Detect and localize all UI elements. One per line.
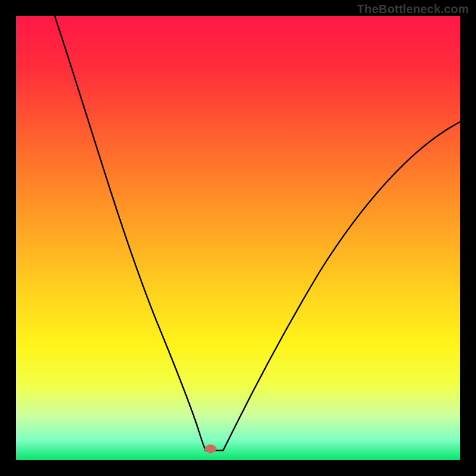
watermark-text: TheBottleneck.com [357,2,469,16]
chart-stage: TheBottleneck.com [0,0,476,476]
bottleneck-plot [16,16,460,460]
plot-frame [16,16,460,460]
plot-background [16,16,460,460]
current-config-marker [205,444,217,453]
